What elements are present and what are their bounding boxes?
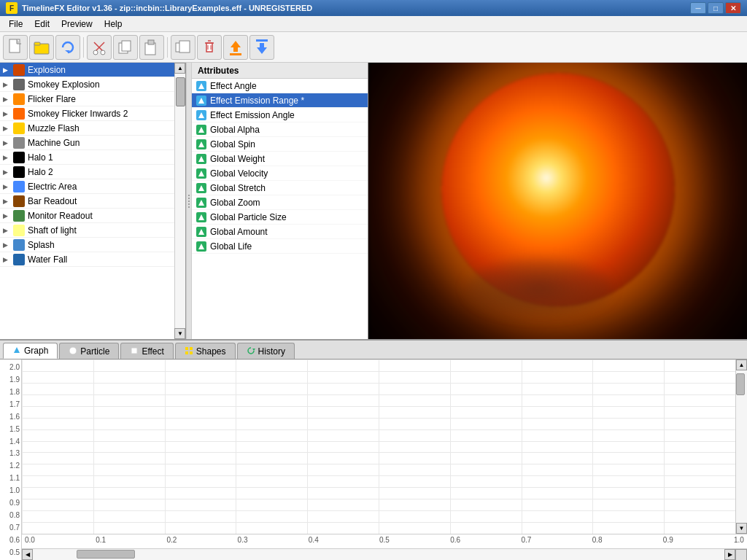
expand-arrow[interactable]: ▶ — [3, 110, 10, 117]
expand-arrow[interactable]: ▶ — [3, 96, 10, 103]
scroll-down-button[interactable]: ▼ — [174, 328, 185, 339]
attr-icon — [196, 227, 206, 237]
hscroll-right[interactable]: ▶ — [724, 549, 735, 560]
expand-arrow[interactable]: ▶ — [3, 198, 10, 205]
expand-arrow[interactable]: ▶ — [3, 256, 10, 263]
menu-file[interactable]: File — [3, 18, 28, 31]
attribute-item[interactable]: Global Amount — [192, 225, 368, 239]
expand-arrow[interactable]: ▶ — [3, 139, 10, 147]
expand-arrow[interactable]: ▶ — [3, 168, 10, 176]
attribute-item[interactable]: Global Weight — [192, 152, 368, 166]
svg-rect-13 — [148, 40, 154, 44]
attribute-item[interactable]: Effect Emission Range * — [192, 93, 368, 108]
resize-handle-1[interactable] — [186, 63, 192, 339]
tab-effect[interactable]: Effect — [120, 343, 173, 359]
expand-arrow[interactable]: ▶ — [3, 154, 10, 161]
attribute-item[interactable]: Global Stretch — [192, 181, 368, 195]
effect-item[interactable]: ▶Muzzle Flash — [0, 121, 174, 136]
scroll-up-button[interactable]: ▲ — [174, 63, 185, 74]
maximize-button[interactable]: □ — [708, 2, 724, 14]
effect-list[interactable]: ▶Explosion▶Smokey Explosion▶Flicker Flar… — [0, 63, 174, 339]
menu-preview[interactable]: Preview — [55, 18, 98, 31]
menu-help[interactable]: Help — [98, 18, 128, 31]
effect-list-scrollbar[interactable]: ▲ ▼ — [174, 63, 185, 339]
expand-arrow[interactable]: ▶ — [3, 212, 10, 219]
graph-scrollbar-horizontal[interactable]: ◀ ▶ — [22, 548, 747, 560]
export-button[interactable] — [223, 35, 248, 60]
svg-marker-25 — [198, 83, 204, 89]
expand-arrow[interactable]: ▶ — [3, 241, 10, 249]
expand-arrow[interactable]: ▶ — [3, 66, 10, 74]
effect-item[interactable]: ▶Explosion — [0, 63, 174, 77]
effect-item[interactable]: ▶Halo 2 — [0, 165, 174, 179]
attribute-item[interactable]: Effect Emission Angle — [192, 108, 368, 122]
graph-area[interactable] — [22, 359, 735, 534]
y-axis-label: 0.9 — [1, 499, 20, 507]
expand-arrow[interactable]: ▶ — [3, 183, 10, 190]
graph-scrollbar-vertical[interactable]: ▲ ▼ — [735, 359, 747, 534]
effect-item[interactable]: ▶Monitor Readout — [0, 209, 174, 223]
effect-item-label: Smokey Explosion — [28, 79, 100, 90]
duplicate-button[interactable] — [171, 35, 196, 60]
vscroll-thumb[interactable] — [736, 373, 745, 395]
svg-marker-26 — [198, 98, 204, 104]
expand-arrow[interactable]: ▶ — [3, 227, 10, 234]
tab-graph[interactable]: Graph — [3, 343, 58, 359]
menu-edit[interactable]: Edit — [28, 18, 55, 31]
open-button[interactable] — [29, 35, 54, 60]
svg-marker-27 — [198, 112, 204, 118]
vscroll-track[interactable] — [736, 370, 747, 523]
new-button[interactable] — [3, 35, 28, 60]
attribute-item[interactable]: Effect Angle — [192, 79, 368, 93]
attribute-item[interactable]: Global Particle Size — [192, 210, 368, 225]
expand-arrow[interactable]: ▶ — [3, 125, 10, 132]
attribute-label: Global Life — [210, 241, 252, 252]
refresh-button[interactable] — [55, 35, 80, 60]
y-axis-label: 0.7 — [1, 524, 20, 532]
scroll-track[interactable] — [175, 74, 185, 328]
vscroll-down[interactable]: ▼ — [736, 523, 747, 534]
attribute-item[interactable]: Global Alpha — [192, 122, 368, 137]
svg-rect-11 — [122, 41, 131, 51]
hscroll-track[interactable] — [33, 549, 724, 560]
y-axis-label: 0.6 — [1, 536, 20, 544]
attribute-item[interactable]: Global Velocity — [192, 166, 368, 181]
effect-item[interactable]: ▶Water Fall — [0, 252, 174, 267]
tab-shapes[interactable]: Shapes — [175, 343, 236, 359]
attributes-header: Attributes — [192, 63, 368, 79]
y-axis-label: 1.7 — [1, 400, 20, 408]
attribute-label: Global Weight — [210, 154, 265, 164]
attributes-list[interactable]: Effect AngleEffect Emission Range *Effec… — [192, 79, 368, 339]
effect-item-label: Muzzle Flash — [28, 123, 80, 133]
effect-item-label: Shaft of light — [28, 225, 77, 236]
effect-item[interactable]: ▶Halo 1 — [0, 150, 174, 165]
effect-item[interactable]: ▶Bar Readout — [0, 194, 174, 209]
cut-button[interactable] — [87, 35, 112, 60]
delete-button[interactable] — [197, 35, 222, 60]
effect-item[interactable]: ▶Shaft of light — [0, 223, 174, 238]
expand-arrow[interactable]: ▶ — [3, 81, 10, 88]
minimize-button[interactable]: ─ — [690, 2, 706, 14]
effect-item[interactable]: ▶Machine Gun — [0, 136, 174, 150]
tab-history[interactable]: History — [237, 343, 295, 359]
effect-item[interactable]: ▶Smokey Explosion — [0, 77, 174, 92]
tab-particle[interactable]: Particle — [59, 343, 119, 359]
tab-icon — [12, 346, 21, 356]
close-button[interactable]: ✕ — [725, 2, 741, 14]
attribute-item[interactable]: Global Zoom — [192, 195, 368, 210]
import-button[interactable] — [249, 35, 274, 60]
vscroll-up[interactable]: ▲ — [736, 359, 747, 370]
copy-button[interactable] — [113, 35, 138, 60]
svg-rect-22 — [230, 53, 241, 55]
x-axis-label: 0.2 — [166, 536, 177, 547]
effect-item[interactable]: ▶Smokey Flicker Inwards 2 — [0, 106, 174, 121]
effect-item[interactable]: ▶Flicker Flare — [0, 92, 174, 106]
hscroll-left[interactable]: ◀ — [22, 549, 33, 560]
effect-item[interactable]: ▶Splash — [0, 238, 174, 252]
attribute-item[interactable]: Global Spin — [192, 137, 368, 152]
attribute-item[interactable]: Global Life — [192, 239, 368, 254]
scroll-thumb[interactable] — [176, 77, 185, 106]
hscroll-thumb[interactable] — [77, 550, 135, 559]
paste-button[interactable] — [139, 35, 164, 60]
effect-item[interactable]: ▶Electric Area — [0, 179, 174, 194]
